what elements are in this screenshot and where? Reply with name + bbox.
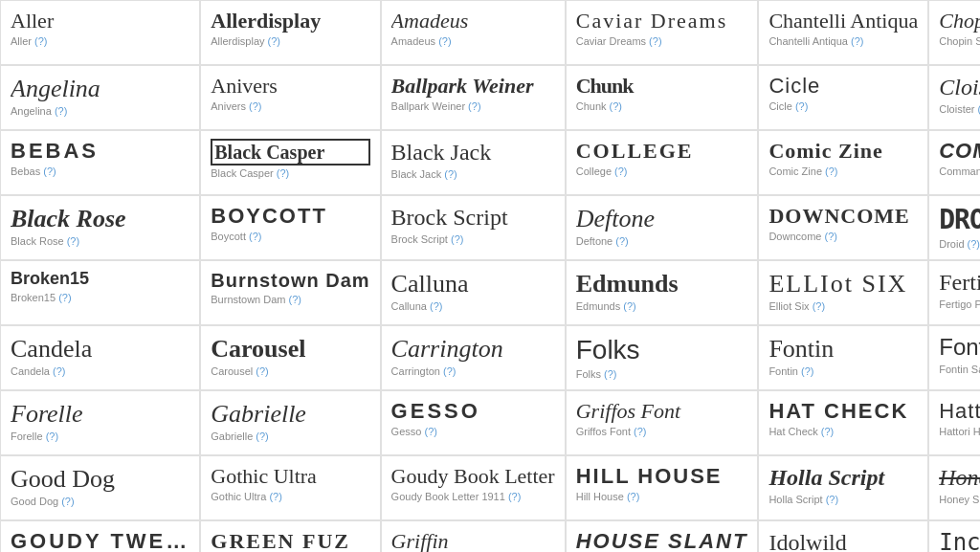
font-cell: Honey ScriptHoney Script (?) (928, 455, 980, 520)
font-cell: AmadeusAmadeus (?) (381, 0, 566, 65)
font-help-link[interactable]: (?) (46, 431, 58, 442)
font-cell: EdmundsEdmunds (?) (566, 260, 759, 325)
font-help-link[interactable]: (?) (55, 105, 67, 117)
font-cell: GESSOGesso (?) (381, 390, 566, 455)
font-cell: ELLIot SIXElliot Six (?) (758, 260, 928, 325)
font-help-link[interactable]: (?) (43, 166, 56, 177)
font-cell: COLLEGECollege (?) (566, 130, 759, 195)
font-cell: IdolwildIdolwild (?) (758, 520, 928, 552)
font-help-link[interactable]: (?) (34, 35, 47, 47)
font-help-link[interactable]: (?) (451, 233, 463, 245)
font-help-link[interactable]: (?) (824, 231, 836, 242)
font-help-link[interactable]: (?) (424, 426, 436, 437)
font-help-link[interactable]: (?) (614, 166, 627, 177)
font-cell: BOYCOTTBoycott (?) (200, 195, 380, 260)
font-sub-label: Chopin Script (?) (939, 35, 980, 47)
font-help-link[interactable]: (?) (623, 300, 635, 312)
font-help-link[interactable]: (?) (61, 496, 74, 507)
font-display-name: Comic Zine (768, 139, 918, 164)
font-cell: Black CasperBlack Casper (?) (200, 130, 380, 195)
font-display-name: Idolwild (768, 529, 918, 552)
font-display-name: Chopin Script (939, 9, 980, 33)
font-help-link[interactable]: (?) (634, 426, 646, 437)
font-sub-label: Aller (?) (11, 35, 189, 47)
font-help-link[interactable]: (?) (438, 35, 451, 47)
font-help-link[interactable]: (?) (968, 238, 980, 250)
font-sub-label: Bebas (?) (11, 166, 189, 177)
font-help-link[interactable]: (?) (268, 35, 280, 47)
font-sub-label: Ballpark Weiner (?) (391, 100, 555, 112)
font-help-link[interactable]: (?) (813, 300, 825, 312)
font-sub-label: Carousel (?) (211, 365, 369, 377)
font-help-link[interactable]: (?) (468, 100, 480, 112)
font-display-name: Carrington (391, 334, 555, 364)
font-display-name: Candela (11, 334, 189, 364)
font-display-name: GREEN FUZ (211, 529, 369, 552)
font-sub-label: Gothic Ultra (?) (211, 491, 369, 502)
font-help-link[interactable]: (?) (289, 294, 301, 305)
font-help-link[interactable]: (?) (444, 168, 457, 180)
font-display-name: Brock Script (391, 204, 555, 232)
font-help-link[interactable]: (?) (443, 365, 456, 377)
font-help-link[interactable]: (?) (604, 368, 616, 380)
font-sub-label: Griffos Font (?) (576, 426, 748, 437)
font-display-name: BOYCOTT (211, 204, 369, 229)
font-help-link[interactable]: (?) (826, 494, 838, 505)
font-sub-label: Chantelli Antiqua (?) (768, 35, 918, 47)
font-sub-label: Comic Zine (?) (768, 166, 918, 177)
font-help-link[interactable]: (?) (256, 365, 268, 377)
font-sub-label: Calluna (?) (391, 300, 555, 312)
font-help-link[interactable]: (?) (508, 491, 521, 502)
font-display-name: Holla Script (768, 464, 918, 492)
font-sub-label: Folks (?) (576, 368, 748, 380)
font-help-link[interactable]: (?) (269, 491, 281, 502)
font-cell: GOUDY TWE…Goudy Twenty (?) (0, 520, 200, 552)
font-cell: GREEN FUZGreen Fuz (?) (200, 520, 380, 552)
font-display-name: GESSO (391, 399, 555, 424)
font-sub-label: Gabrielle (?) (211, 431, 369, 442)
font-help-link[interactable]: (?) (430, 300, 442, 312)
font-display-name: GOUDY TWE… (11, 529, 189, 552)
font-sub-label: College (?) (576, 166, 748, 177)
font-cell: COMMANDOCommando (?) (928, 130, 980, 195)
font-help-link[interactable]: (?) (821, 426, 834, 437)
font-sub-label: Good Dog (?) (11, 496, 189, 507)
font-help-link[interactable]: (?) (249, 231, 261, 242)
font-help-link[interactable]: (?) (825, 166, 837, 177)
font-help-link[interactable]: (?) (801, 365, 813, 377)
font-help-link[interactable]: (?) (256, 431, 268, 442)
font-help-link[interactable]: (?) (615, 235, 628, 247)
font-sub-label: Goudy Book Letter 1911 (?) (391, 491, 555, 502)
font-cell: AllerdisplayAllerdisplay (?) (200, 0, 380, 65)
font-sub-label: Angelina (?) (11, 105, 189, 117)
font-cell: GabrielleGabrielle (?) (200, 390, 380, 455)
font-sub-label: Elliot Six (?) (768, 300, 918, 312)
font-help-link[interactable]: (?) (53, 365, 65, 377)
font-help-link[interactable]: (?) (795, 100, 808, 112)
font-help-link[interactable]: (?) (277, 167, 289, 179)
font-sub-label: Fertigo Pro (?) (939, 298, 980, 310)
font-cell: CicleCicle (?) (758, 65, 928, 130)
font-display-name: DROID (939, 204, 980, 236)
font-display-name: Forelle (11, 399, 189, 429)
font-display-name: Burnstown Dam (211, 269, 369, 292)
font-display-name: Folks (576, 334, 748, 366)
font-display-name: Cloister (939, 74, 980, 101)
font-help-link[interactable]: (?) (58, 292, 71, 303)
font-display-name: Edmunds (576, 269, 748, 298)
font-cell: ChunkChunk (?) (566, 65, 759, 130)
font-display-name: DOWNCOME (768, 204, 918, 229)
font-display-name: HILL HOUSE (576, 464, 748, 489)
font-cell: DeftoneDeftone (?) (566, 195, 759, 260)
font-help-link[interactable]: (?) (627, 491, 639, 502)
font-display-name: Black Rose (11, 204, 189, 233)
font-help-link[interactable]: (?) (67, 235, 79, 247)
font-display-name: Black Casper (211, 139, 369, 166)
font-help-link[interactable]: (?) (249, 100, 261, 112)
font-help-link[interactable]: (?) (610, 100, 622, 112)
font-sub-label: Downcome (?) (768, 231, 918, 242)
font-cell: HOUSE SLANTHouse Slant (?) (566, 520, 759, 552)
font-help-link[interactable]: (?) (851, 35, 863, 47)
font-help-link[interactable]: (?) (649, 35, 661, 47)
font-sub-label: Chunk (?) (576, 100, 748, 112)
